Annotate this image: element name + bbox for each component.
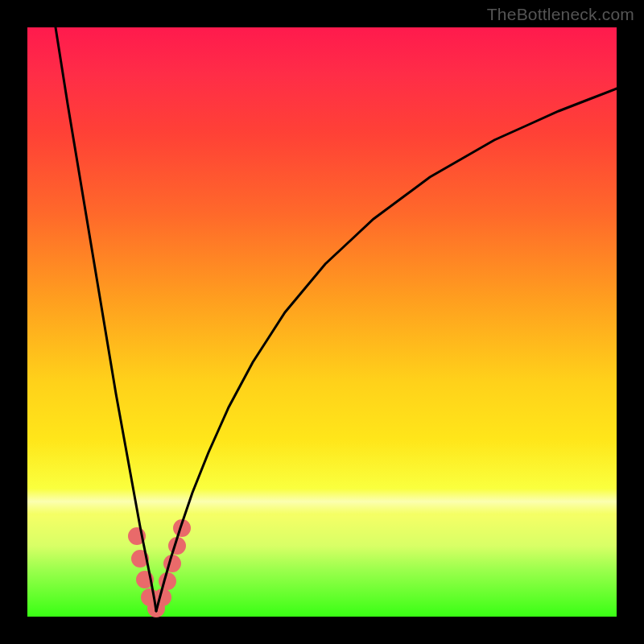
watermark-text: TheBottleneck.com	[487, 5, 634, 24]
valley-dot	[128, 527, 146, 545]
curve-left-branch	[56, 27, 156, 611]
plot-area	[27, 27, 617, 617]
valley-dot	[159, 572, 176, 590]
valley-dot	[141, 588, 159, 606]
highlight-band	[27, 489, 617, 514]
valley-dot	[131, 550, 149, 568]
valley-dots-group	[128, 519, 191, 617]
curve-layer	[27, 27, 617, 617]
valley-dot	[173, 519, 191, 537]
valley-dot	[147, 600, 165, 617]
valley-dot	[163, 555, 181, 572]
chart-frame: TheBottleneck.com	[0, 0, 644, 644]
valley-dot	[136, 571, 154, 588]
curve-right-branch	[156, 89, 617, 611]
valley-dot	[168, 537, 186, 555]
valley-dot	[154, 588, 171, 606]
